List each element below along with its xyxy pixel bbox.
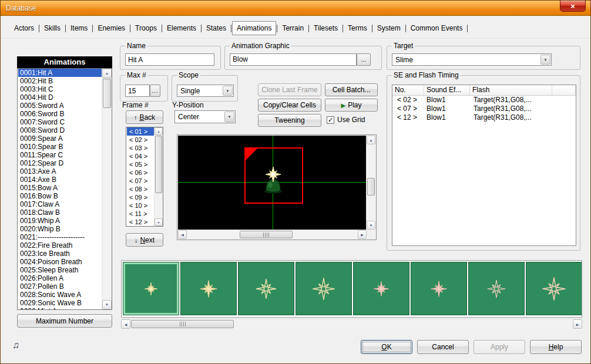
frame-item[interactable]: < 08 >: [127, 185, 154, 193]
scroll-left-arrow[interactable]: ◀: [178, 230, 187, 239]
cell-frame-4[interactable]: [296, 262, 352, 315]
animation-list-scrollbar[interactable]: ▲ ▼: [102, 69, 112, 309]
frame-item[interactable]: < 10 >: [127, 201, 154, 210]
column-header-no[interactable]: No.: [392, 85, 424, 96]
scroll-up-arrow[interactable]: ▲: [102, 69, 112, 78]
animation-list-item[interactable]: 0029:Sonic Wave B: [18, 299, 102, 307]
scope-dropdown[interactable]: Single ▼: [177, 85, 234, 97]
animation-list-item[interactable]: 0004:Hit D: [18, 93, 102, 102]
max-frames-spin-button[interactable]: ...: [150, 85, 160, 97]
timing-row[interactable]: < 07 > Blow1 Target(R31,G08,...: [392, 105, 576, 113]
animation-list-item[interactable]: 0003:Hit C: [18, 85, 102, 93]
scrollbar-thumb[interactable]: [103, 79, 111, 108]
frame-next-button[interactable]: ↓ Next: [126, 233, 163, 247]
tab-common-events[interactable]: Common Events: [407, 22, 467, 35]
tab-terms[interactable]: Terms: [344, 22, 371, 35]
cell-frame-1[interactable]: [123, 262, 179, 315]
clone-last-frame-button[interactable]: Clone Last Frame: [258, 83, 321, 96]
timing-row[interactable]: < 12 > Blow1 Target(R31,G08,...: [392, 113, 576, 122]
animation-list-item[interactable]: 0006:Sword B: [18, 110, 102, 118]
preview-vertical-scrollbar[interactable]: ▲ ▼: [366, 136, 375, 230]
preview-horizontal-scrollbar[interactable]: ◀ ▶: [178, 230, 367, 239]
frame-item[interactable]: < 04 >: [127, 152, 154, 160]
animation-list-item[interactable]: 0015:Bow A: [18, 184, 102, 192]
name-input[interactable]: [125, 53, 214, 66]
tab-animations[interactable]: Animations: [232, 21, 276, 35]
close-button[interactable]: ×: [560, 1, 586, 12]
tab-system[interactable]: System: [373, 22, 405, 35]
animation-list-item[interactable]: 0013:Axe A: [18, 167, 102, 176]
frame-list-scrollbar[interactable]: ▲ ▼: [154, 127, 163, 226]
animation-list-item[interactable]: 0009:Spear A: [18, 134, 102, 143]
frame-item[interactable]: < 07 >: [127, 177, 154, 185]
graphic-browse-button[interactable]: ...: [357, 53, 371, 66]
frame-item[interactable]: < 03 >: [127, 144, 154, 152]
timing-row[interactable]: < 02 > Blow1 Target(R31,G08,...: [392, 96, 576, 105]
animation-list-item[interactable]: 0014:Axe B: [18, 176, 102, 184]
frame-item[interactable]: < 02 >: [127, 136, 154, 144]
animation-list-item[interactable]: 0017:Claw A: [18, 200, 102, 208]
animation-list-item[interactable]: 0026:Pollen A: [18, 274, 102, 282]
animation-preview-canvas[interactable]: [178, 136, 367, 230]
tweening-button[interactable]: Tweening: [258, 114, 321, 127]
animation-list-item[interactable]: 0021:--------------------: [18, 233, 102, 241]
scroll-up-arrow[interactable]: ▲: [367, 136, 375, 144]
animation-list-item[interactable]: 0023:Ice Breath: [18, 250, 102, 258]
cancel-button[interactable]: Cancel: [417, 340, 469, 354]
animation-list-item[interactable]: 0019:Whip A: [18, 217, 102, 225]
ok-button[interactable]: OK: [361, 340, 412, 354]
column-header-sound-effect[interactable]: Sound Ef...: [424, 85, 470, 96]
help-button[interactable]: Help: [530, 340, 582, 354]
chevron-down-icon[interactable]: ▼: [223, 86, 233, 96]
animation-list-item[interactable]: 0016:Bow B: [18, 192, 102, 200]
use-grid-checkbox[interactable]: ✓: [327, 116, 334, 124]
cell-frame-6[interactable]: [411, 262, 467, 315]
maximum-number-button[interactable]: Maximum Number: [17, 314, 112, 328]
scrollbar-thumb[interactable]: [240, 231, 293, 238]
animation-list-item[interactable]: 0028:Sonic Wave A: [18, 291, 102, 299]
animation-list-item[interactable]: 0010:Spear B: [18, 143, 102, 151]
cell-batch-button[interactable]: Cell Batch...: [325, 83, 378, 96]
tab-items[interactable]: Items: [66, 22, 92, 35]
scroll-up-arrow[interactable]: ▲: [155, 127, 163, 135]
cell-frame-3[interactable]: [238, 262, 294, 315]
animation-list-item[interactable]: 0018:Claw B: [18, 208, 102, 217]
chevron-down-icon[interactable]: ▼: [224, 112, 234, 122]
scroll-right-arrow[interactable]: ▶: [573, 319, 582, 329]
animation-list-item[interactable]: 0022:Fire Breath: [18, 241, 102, 250]
frame-back-button[interactable]: ↑ Back: [126, 110, 163, 124]
frame-item[interactable]: < 11 >: [127, 210, 154, 218]
animation-list-item[interactable]: 0024:Poison Breath: [18, 258, 102, 266]
scroll-down-arrow[interactable]: ▼: [102, 300, 112, 309]
tab-troops[interactable]: Troops: [131, 22, 161, 35]
animation-list-item[interactable]: 0005:Sword A: [18, 102, 102, 110]
frame-item[interactable]: < 01 >: [127, 127, 154, 136]
y-position-dropdown[interactable]: Center ▼: [174, 110, 236, 123]
apply-button[interactable]: Apply: [474, 340, 525, 354]
animation-list-item[interactable]: 0001:Hit A: [18, 69, 102, 77]
tab-actors[interactable]: Actors: [10, 22, 38, 35]
chevron-down-icon[interactable]: ▼: [540, 55, 550, 65]
scrollbar-thumb[interactable]: [367, 178, 375, 196]
animation-list-item[interactable]: 0007:Sword C: [18, 118, 102, 126]
animation-list-item[interactable]: 0002:Hit B: [18, 77, 102, 85]
target-dropdown[interactable]: Slime ▼: [392, 53, 552, 66]
title-bar[interactable]: Database: [1, 1, 590, 16]
animation-graphic-field[interactable]: Blow: [230, 53, 357, 66]
play-button[interactable]: ▶ Play: [325, 99, 378, 112]
frame-item[interactable]: < 06 >: [127, 168, 154, 177]
animation-list-item[interactable]: 0025:Sleep Breath: [18, 266, 102, 274]
animation-list-item[interactable]: 0030:Mist A: [18, 307, 102, 309]
tab-elements[interactable]: Elements: [163, 22, 200, 35]
use-grid-checkbox-row[interactable]: ✓ Use Grid: [327, 116, 365, 124]
cell-frame-2[interactable]: [180, 262, 237, 315]
scroll-down-arrow[interactable]: ▼: [155, 218, 163, 226]
frame-item[interactable]: < 12 >: [127, 218, 154, 226]
cell-strip-scrollbar[interactable]: ◀ ▶: [121, 319, 582, 329]
max-frames-input[interactable]: [125, 85, 150, 97]
scroll-left-arrow[interactable]: ◀: [121, 319, 130, 329]
copy-clear-cells-button[interactable]: Copy/Clear Cells: [258, 99, 321, 112]
tab-enemies[interactable]: Enemies: [93, 22, 129, 35]
scroll-down-arrow[interactable]: ▼: [367, 221, 375, 230]
cell-frame-5[interactable]: [353, 262, 409, 315]
